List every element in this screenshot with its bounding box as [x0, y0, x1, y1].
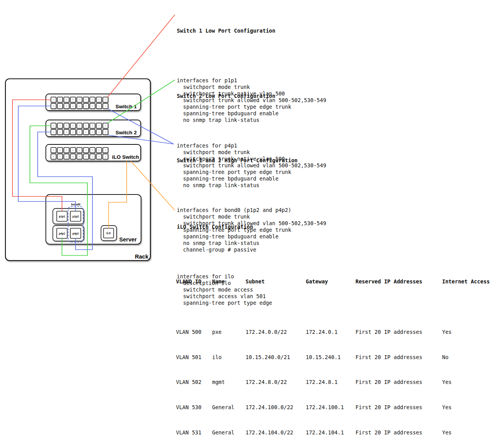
cell-name: General: [212, 404, 246, 411]
cell-subnet: 172.24.8.0/22: [246, 379, 306, 385]
cell-reserved-ip: First 20 IP addresses: [355, 429, 442, 436]
cell-internet-access: Yes: [442, 404, 497, 411]
cell-vlan-id: VLAN 502: [176, 379, 212, 385]
config-title: Switch 1 Low Port Configuration: [177, 28, 326, 34]
cell-internet-access: Yes: [442, 379, 497, 385]
port-ilo-label: iLO: [106, 232, 111, 234]
cell-subnet: 172.24.100.0/22: [246, 404, 306, 411]
switch-1: Switch 1: [46, 94, 141, 111]
vlan-table: VLAND IDNameSubnetGatewayReserved IP Add…: [176, 266, 497, 448]
vlan-table-header-cell: Gateway: [306, 278, 355, 285]
vlan-table-header-cell: VLAND ID: [176, 278, 212, 285]
vlan-table-body: VLAN 500 pxe 172.24.0.0/22 172.24.0.1 Fi…: [176, 304, 497, 448]
vlan-table-header-cell: Internet Access: [442, 278, 497, 285]
table-row: VLAN 500 pxe 172.24.0.0/22 172.24.0.1 Fi…: [176, 329, 497, 335]
cell-subnet: 172.24.0.0/22: [246, 329, 306, 335]
config-title: Switch 1 and 2 High Port Configuration: [177, 157, 326, 164]
port-p4p2-label: p4p2: [73, 232, 79, 235]
cell-name: ilo: [212, 354, 246, 361]
switch-2: Switch 2: [46, 120, 141, 137]
vlan-table-header: VLAND IDNameSubnetGatewayReserved IP Add…: [176, 278, 497, 285]
port-p4p1-label: p4p1: [59, 232, 65, 235]
cell-reserved-ip: First 20 IP addresses: [355, 379, 442, 385]
vlan-table-header-cell: Name: [212, 278, 246, 285]
rack-label: Rack: [135, 254, 149, 260]
cell-reserved-ip: First 20 IP addresses: [355, 354, 442, 361]
table-row: VLAN 531 General 172.24.104.0/22 172.24.…: [176, 429, 497, 436]
cell-subnet: 10.15.240.0/21: [246, 354, 306, 361]
cell-subnet: 172.24.104.0/22: [246, 429, 306, 436]
port-p1p1-label: p1p1: [59, 215, 65, 218]
table-row: VLAN 502 mgmt 172.24.8.0/22 172.24.8.1 F…: [176, 379, 497, 385]
cell-gateway: 172.24.100.1: [306, 404, 355, 411]
switch-2-label: Switch 2: [115, 130, 137, 135]
cell-gateway: 172.24.8.1: [306, 379, 355, 385]
cell-vlan-id: VLAN 531: [176, 429, 212, 436]
port-p1p2-label: p1p2: [73, 215, 79, 218]
config-title: iLO Switch Configuration: [177, 224, 272, 230]
cell-vlan-id: VLAN 501: [176, 354, 212, 361]
cell-internet-access: Yes: [442, 329, 497, 335]
cell-internet-access: Yes: [442, 429, 497, 436]
cell-name: pxe: [212, 329, 246, 335]
vlan-table-header-cell: Subnet: [246, 278, 306, 285]
cell-gateway: 172.24.0.1: [306, 329, 355, 335]
cell-gateway: 10.15.240.1: [306, 354, 355, 361]
vlan-table-header-cell: Reserved IP Addresses: [355, 278, 442, 285]
cell-reserved-ip: First 20 IP addresses: [355, 404, 442, 411]
cell-reserved-ip: First 20 IP addresses: [355, 329, 442, 335]
cell-name: General: [212, 429, 246, 436]
ilo-switch-label: iLO Switch: [112, 154, 139, 160]
cell-vlan-id: VLAN 530: [176, 404, 212, 411]
cell-gateway: 172.24.104.1: [306, 429, 355, 436]
table-row: VLAN 530 General 172.24.100.0/22 172.24.…: [176, 404, 497, 411]
table-row: VLAN 501 ilo 10.15.240.0/21 10.15.240.1 …: [176, 354, 497, 361]
cell-name: mgmt: [212, 379, 246, 385]
config-title: Switch 2 Low Port Configuration: [177, 93, 326, 99]
cell-vlan-id: VLAN 500: [176, 329, 212, 335]
rack-diagram: Rack Switch 1 Switch 2 iLO Switch Server…: [0, 0, 179, 269]
server-label: Server: [119, 236, 137, 243]
ilo-switch: iLO Switch: [46, 144, 141, 161]
cell-internet-access: No: [442, 354, 497, 361]
